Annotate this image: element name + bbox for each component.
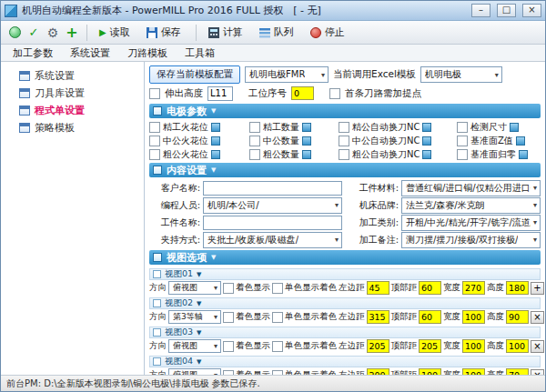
fine-autotool-nc-checkbox[interactable] (339, 122, 349, 133)
extend-height-checkbox[interactable] (149, 88, 160, 99)
view-04-header[interactable]: 视图04 ▼ (149, 356, 541, 367)
view-02-mono-checkbox[interactable] (272, 312, 283, 323)
customer-name-input[interactable] (203, 181, 342, 196)
view-03-width-input[interactable] (462, 339, 485, 353)
view-01-height-input[interactable] (506, 281, 529, 295)
close-button[interactable]: × (522, 4, 541, 17)
stop-button[interactable]: 停止 (305, 23, 353, 42)
remove-view-button[interactable]: × (531, 311, 544, 324)
read-button[interactable]: ▶ 读取 (94, 23, 138, 42)
programmer-select[interactable]: 机明/本公司/▾ (203, 197, 342, 214)
material-select[interactable]: 普通红铜/进口铜/仅精公用进口铜▾ (401, 180, 541, 196)
view-01-header[interactable]: 视图01 ▼ (149, 268, 541, 280)
view-03-height-input[interactable] (506, 339, 529, 353)
sidebar-item-system-settings[interactable]: 系统设置 (6, 67, 144, 85)
menu-item-machining-params[interactable]: 加工参数 (5, 45, 61, 61)
calculate-button[interactable]: 计算 (203, 23, 251, 42)
save-template-config-button[interactable]: 保存当前模板配置 (149, 65, 240, 84)
add-view-button[interactable]: + (531, 282, 544, 295)
menu-item-toolbox[interactable]: 工具箱 (177, 45, 223, 61)
mid-spark-gap-checkbox[interactable] (149, 136, 160, 146)
checkbox-label: 基准面归零 (470, 148, 516, 161)
datum-z-checkbox[interactable] (457, 136, 468, 146)
excel-template-select[interactable]: 机明电极 ▾ (420, 66, 502, 83)
view-03-header[interactable]: 视图03 ▼ (149, 327, 541, 338)
rough-autotool-nc-checkbox[interactable] (339, 149, 349, 160)
gear-icon[interactable]: ⚙ (45, 25, 61, 41)
view-02-top-input[interactable] (419, 310, 441, 324)
color-swatch-icon[interactable] (211, 150, 220, 159)
view-03-mono-checkbox[interactable] (272, 341, 283, 352)
color-swatch-icon[interactable] (211, 123, 220, 132)
inspect-size-checkbox[interactable] (457, 122, 468, 133)
menu-item-toolpath-templates[interactable]: 刀路模板 (119, 45, 176, 61)
connect-ball-icon[interactable] (6, 25, 23, 41)
color-swatch-icon[interactable] (211, 136, 220, 146)
view-01-width-input[interactable] (462, 281, 485, 295)
group-icon (153, 299, 161, 307)
view-04-height-input[interactable] (506, 368, 529, 375)
first-path-checkbox[interactable] (329, 88, 340, 99)
extend-height-input[interactable] (207, 86, 233, 101)
view-03-direction-select[interactable]: 俯视图▾ (168, 339, 221, 353)
view-02-direction-select[interactable]: 第3等轴▾ (168, 310, 221, 324)
datum-zero-checkbox[interactable] (457, 149, 468, 160)
section-header-electrode-params[interactable]: 电极参数 ▼ (149, 104, 541, 118)
calculator-icon (208, 27, 219, 38)
color-swatch-icon[interactable] (302, 150, 311, 159)
template-select[interactable]: 机明电极FMR ▾ (245, 66, 329, 83)
view-04-width-input[interactable] (462, 368, 485, 375)
color-swatch-icon[interactable] (516, 136, 525, 146)
sidebar-item-program-sheet[interactable]: 程式单设置 (6, 102, 144, 119)
view-01-left-input[interactable] (367, 281, 389, 295)
remove-view-button[interactable]: × (531, 340, 544, 353)
section-header-view-options[interactable]: 视图选项 ▼ (149, 250, 541, 265)
station-number-input[interactable] (291, 86, 314, 100)
remark-select[interactable]: 测刀摆/摆刀/接极/双打接极/▾ (401, 232, 541, 248)
view-03-shaded-checkbox[interactable] (223, 341, 234, 352)
view-02-height-input[interactable] (506, 310, 529, 324)
view-04-top-input[interactable] (419, 368, 441, 375)
mono-label: 单色显示着色 (285, 311, 337, 323)
plus-icon[interactable]: + (64, 25, 80, 41)
color-swatch-icon[interactable] (422, 123, 431, 132)
view-04-left-input[interactable] (367, 368, 389, 375)
rough-qty-checkbox[interactable] (249, 149, 260, 160)
sidebar-item-tool-library[interactable]: 刀具库设置 (6, 85, 144, 102)
color-swatch-icon[interactable] (302, 136, 311, 146)
view-01-direction-select[interactable]: 俯视图▾ (168, 281, 221, 295)
view-01-mono-checkbox[interactable] (272, 283, 283, 294)
view-02-header[interactable]: 视图02 ▼ (149, 297, 541, 309)
menu-item-system-settings[interactable]: 系统设置 (62, 45, 118, 61)
queue-button[interactable]: 队列 (254, 23, 302, 42)
clamp-type-select[interactable]: 夹批土/收废板/吸磁盘/▾ (203, 232, 342, 248)
maximize-button[interactable]: □ (497, 4, 516, 17)
mid-qty-checkbox[interactable] (249, 136, 260, 146)
view-01-shaded-checkbox[interactable] (223, 283, 234, 294)
color-swatch-icon[interactable] (422, 136, 431, 146)
view-02-width-input[interactable] (462, 310, 485, 324)
check-icon[interactable]: ✓ (25, 25, 42, 41)
process-type-select[interactable]: 开粗/中光/精光/开字/铣字/流道/▾ (401, 215, 541, 231)
rough-spark-gap-checkbox[interactable] (149, 149, 160, 160)
minimize-button[interactable]: – (471, 4, 490, 17)
sidebar-item-strategy-template[interactable]: 策略模板 (6, 119, 144, 136)
view-03-top-input[interactable] (419, 339, 441, 353)
color-swatch-icon[interactable] (422, 150, 431, 159)
machine-brand-select[interactable]: 法兰克/森赛/米克朗▾ (401, 197, 541, 214)
color-swatch-icon[interactable] (519, 150, 528, 159)
color-swatch-icon[interactable] (302, 123, 311, 132)
view-02-shaded-checkbox[interactable] (223, 312, 234, 323)
view-02-left-input[interactable] (367, 310, 389, 324)
view-04-direction-select[interactable]: 俯视图▾ (168, 368, 221, 375)
color-swatch-icon[interactable] (510, 123, 519, 132)
section-header-content-settings[interactable]: 内容设置 ▼ (149, 163, 541, 177)
mid-autotool-nc-checkbox[interactable] (339, 136, 349, 146)
fine-qty-checkbox[interactable] (249, 122, 260, 133)
save-button[interactable]: 保存 (141, 23, 189, 42)
part-name-input[interactable] (203, 216, 342, 230)
view-03-left-input[interactable] (367, 339, 389, 353)
view-01-top-input[interactable] (419, 281, 441, 295)
main-panel: 保存当前模板配置 机明电极FMR ▾ 当前调用Excel模板 机明电极 ▾ 伸出… (145, 62, 545, 375)
fine-spark-gap-checkbox[interactable] (149, 122, 160, 133)
